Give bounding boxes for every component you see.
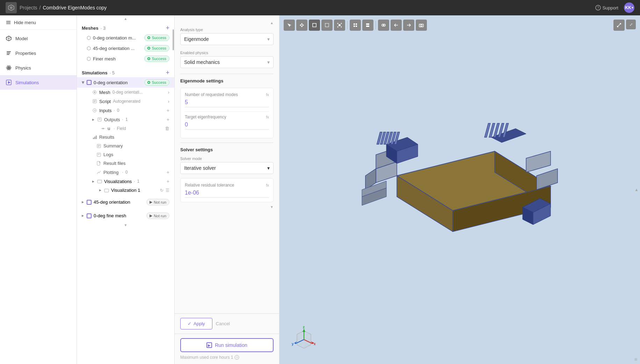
grid4-button[interactable] [350,20,361,31]
script-child-action[interactable]: › [168,99,169,104]
u-field-delete[interactable]: 🗑 [165,126,169,131]
target-freq-fx[interactable]: fx [266,115,269,119]
tolerance-value[interactable]: 1e-06 [185,190,269,198]
sim2-collapse[interactable]: ▶ [82,214,84,217]
sim-inputs-item[interactable]: Inputs · 0 + [77,106,174,115]
cancel-button[interactable]: Cancel [216,321,230,326]
vis1-refresh[interactable]: ↻ [160,188,163,193]
simulation-item-2[interactable]: ▶ 0-deg fine mesh ▶ Not run [77,210,174,222]
sidebar-item-properties[interactable]: Properties [0,46,77,60]
chain-button[interactable] [378,20,389,31]
grid4-icon [353,23,358,28]
box-select-button[interactable] [309,20,320,31]
sim1-collapse[interactable]: ▶ [82,201,84,204]
breadcrumb: Projects / Combdrive EigenModes copy [20,5,107,10]
svg-point-17 [94,92,95,93]
solver-mode-select[interactable]: Iterative solver ▾ [180,162,274,174]
sim-mesh-item[interactable]: Mesh 0-deg orientati... › [77,88,174,97]
tree-scroll-container: ▲ Meshes · 3 + ⬡ 0-deg orientation m... [77,15,174,364]
rect-select-button[interactable] [321,20,333,31]
sim-script-item[interactable]: Script Autogenerated › [77,97,174,106]
sidebar-item-physics[interactable]: Physics [0,60,77,75]
simulation-0-collapse[interactable]: ▶ [81,81,85,84]
visualization-1-item[interactable]: ▶ Visualization 1 ↻ ☰ [77,186,174,195]
toolbar-sep-2 [376,21,376,29]
target-freq-value[interactable]: 0 [185,122,269,130]
mesh-item-1[interactable]: ⬡ 45-deg orientation ... Success [77,43,174,53]
sidebar-item-model[interactable]: Model [0,31,77,46]
expand-button[interactable] [613,20,625,31]
simulation-2-status[interactable]: ▶ Not run [146,212,169,219]
plotting-add[interactable]: + [167,169,169,175]
rect-icon [325,23,329,28]
simulation-1-status[interactable]: ▶ Not run [146,199,169,205]
analysis-type-select[interactable]: Eigenmode ▾ [180,33,274,45]
visualizations-collapse[interactable]: ▶ [92,180,94,183]
outputs-collapse[interactable]: ▶ [92,118,94,121]
tolerance-fx[interactable]: fx [266,183,269,187]
outputs-add[interactable]: + [167,117,169,122]
num-modes-value[interactable]: 5 [185,99,269,107]
hide-menu-button[interactable]: Hide menu [0,15,77,30]
plotting-item[interactable]: Plotting · 0 + [77,168,174,177]
vis1-settings[interactable]: ☰ [166,188,169,193]
mesh-item-1-left: ⬡ 45-deg orientation ... [87,45,134,51]
mesh-item-0[interactable]: ⬡ 0-deg orientation m... Success [77,32,174,43]
add-simulation-button[interactable]: + [166,70,169,76]
maximize-button[interactable]: ⤢ [626,20,636,29]
grid2-button[interactable] [362,20,373,31]
run-simulation-button[interactable]: ▶ Run simulation [180,338,274,352]
plotting-left: Plotting · 0 [96,170,128,175]
scroll-down-indicator: ▼ [77,222,174,228]
mesh-child-action[interactable]: › [168,89,169,95]
u-field-item[interactable]: u · Field 🗑 [77,124,174,133]
simulation-0-icon [87,80,92,85]
support-button[interactable]: ? Support [595,5,618,10]
logs-item[interactable]: Logs [77,150,174,159]
core-hours: Maximum used core hours 1 ? [180,355,274,360]
add-mesh-button[interactable]: + [166,25,169,31]
run-icon-2: ▶ [150,213,152,218]
script-icon [92,99,97,104]
sim-outputs-item[interactable]: ▶ Outputs · 1 + [77,115,174,124]
visualizations-add[interactable]: + [167,179,169,184]
simulation-item-1[interactable]: ▶ 45-deg orientation ▶ Not run [77,196,174,208]
topbar-right: ? Support KK ▾ [595,2,634,13]
viewport-scroll-up[interactable]: ▲ [634,187,639,192]
summary-item[interactable]: Summary [77,141,174,150]
forward-button[interactable] [403,20,414,31]
results-header: Results [77,133,174,141]
cursor-tool-button[interactable] [284,20,295,31]
node-icon [337,23,342,28]
eigenmode-settings-heading: Eigenmode settings [180,78,274,83]
result-files-item[interactable]: Result files [77,159,174,168]
main-layout: Hide menu Model Properties [0,15,640,364]
vis1-collapse[interactable]: ▶ [99,189,101,192]
simulations-count: · 5 [110,70,115,75]
tree-scrollbar[interactable] [172,15,174,364]
target-freq-setting: Target eigenfrequency fx 0 [185,115,269,130]
simulation-item-0[interactable]: ▶ 0-deg orientation Success [77,77,174,88]
node-select-button[interactable] [334,20,345,31]
enabled-physics-arrow: ▾ [267,59,270,65]
enabled-physics-select[interactable]: Solid mechanics ▾ [180,56,274,68]
svg-rect-29 [93,138,94,139]
inputs-add[interactable]: + [167,108,169,113]
axis-indicator: x y z [290,326,318,354]
u-field-icon [101,126,106,131]
mesh-item-2[interactable]: ⬡ Finer mesh Success [77,53,174,64]
back-button[interactable] [391,20,402,31]
user-avatar[interactable]: KK ▾ [624,2,634,13]
apply-button[interactable]: ✓ Apply [180,318,212,329]
num-modes-setting: Number of requested modes fx 5 [185,92,269,107]
tree-scroll-content[interactable]: ▲ Meshes · 3 + ⬡ 0-deg orientation m... [77,15,174,364]
tree-scrollbar-thumb [173,29,174,50]
num-modes-fx[interactable]: fx [266,93,269,97]
svg-rect-62 [366,26,369,27]
sidebar-item-simulations[interactable]: Simulations [0,75,77,90]
pan-tool-button[interactable] [296,20,307,31]
projects-link[interactable]: Projects [20,5,37,10]
box-icon [312,23,317,28]
svg-text:x: x [314,342,316,346]
camera-button[interactable] [416,20,427,31]
